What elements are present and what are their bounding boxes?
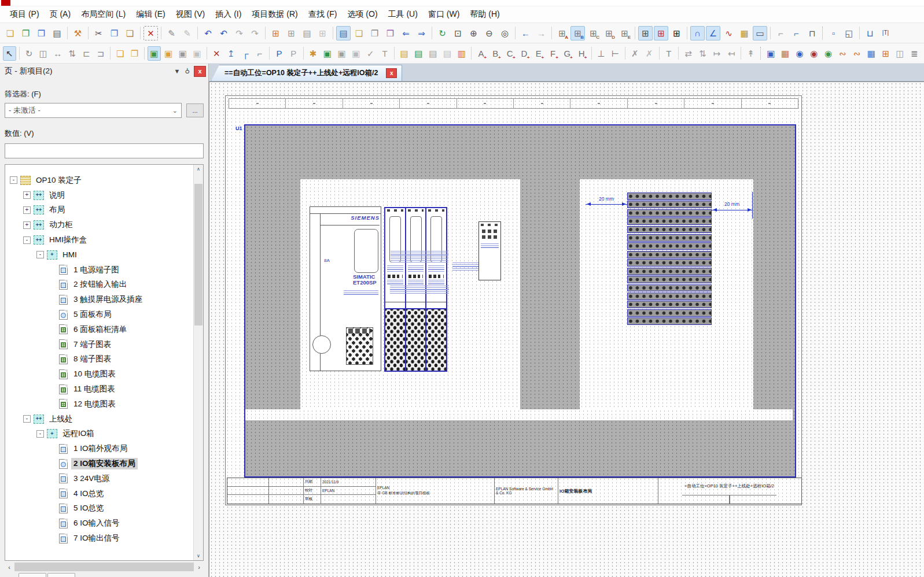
space-evenly-v-icon[interactable]: ⇅ <box>696 46 709 61</box>
print-icon[interactable]: ▤ <box>50 26 64 40</box>
tree-item[interactable]: 3 触摸屏电源及插座 <box>5 292 193 307</box>
wire-e-icon[interactable]: E+ <box>532 46 545 61</box>
dt-frame-icon[interactable]: ▫ <box>826 26 841 40</box>
undo-history-icon[interactable]: ↶ <box>201 26 215 40</box>
menu-item-7[interactable]: 查找 (F) <box>303 8 343 21</box>
adjust-size-icon[interactable]: ◱ <box>842 26 856 40</box>
insert-window-macro-icon[interactable]: ⊞ <box>268 26 283 40</box>
tree-item[interactable]: 6 面板箱柜清单 <box>5 322 193 337</box>
io-terminal-block[interactable] <box>406 308 426 371</box>
terminal-row[interactable] <box>627 284 712 292</box>
redraw-icon[interactable]: ↻ <box>435 26 450 40</box>
insert-direction-icon[interactable]: ↥ <box>224 46 238 61</box>
panel-close-button[interactable]: x <box>194 66 206 77</box>
terminal-row[interactable] <box>627 317 712 325</box>
menu-item-8[interactable]: 选项 (O) <box>342 8 382 21</box>
page-macro-icon[interactable]: ❒ <box>383 26 397 40</box>
power-supply-module[interactable]: SIEMENS 8A SIMATIC ET200SP <box>310 206 381 371</box>
menu-item-1[interactable]: 页 (A) <box>45 8 76 21</box>
previous-page-icon[interactable]: ⇐ <box>399 26 413 40</box>
wire-c-icon[interactable]: C+ <box>503 46 517 61</box>
terminal-rail-stack[interactable] <box>627 192 712 326</box>
t-node-down-icon[interactable]: ⊥ <box>594 46 608 61</box>
terminal-row[interactable] <box>627 242 712 250</box>
terminal-row[interactable] <box>627 276 712 283</box>
panel-pin-icon[interactable]: ⚲ <box>182 66 193 76</box>
paste-icon[interactable]: ❏ <box>123 26 137 40</box>
zoom-in-icon[interactable]: ⊕ <box>466 26 481 40</box>
tree-item[interactable]: 1 IO箱外观布局 <box>5 441 193 456</box>
scrollbar-thumb[interactable] <box>194 184 203 326</box>
mark-settings-icon[interactable]: ▣ <box>162 46 175 61</box>
scroll-up-icon[interactable]: ∧ <box>194 165 203 173</box>
tab-tree[interactable] <box>19 573 46 577</box>
trim-icon[interactable]: ⊏ <box>80 46 93 61</box>
forward-icon[interactable]: → <box>534 26 548 40</box>
tree-item[interactable]: -+HMI <box>5 247 193 262</box>
terminal-row[interactable] <box>627 209 712 217</box>
wire-g-icon[interactable]: G+ <box>561 46 574 61</box>
grid-b-icon[interactable]: ⊞B <box>570 26 585 40</box>
tree-item[interactable]: 4 IO总览 <box>5 486 193 501</box>
interruption-point-3-icon[interactable]: ⊓ <box>805 26 819 40</box>
insert-image-icon[interactable]: ▦ <box>737 26 752 40</box>
device-pin-icon[interactable]: T <box>378 46 392 61</box>
terminal-row[interactable] <box>627 217 712 225</box>
tree-item[interactable]: 1 电源端子图 <box>5 262 193 278</box>
interruption-point-1-icon[interactable]: ⌐ <box>774 26 788 40</box>
tree-item[interactable]: 12 电缆图表 <box>5 397 193 412</box>
value-input[interactable] <box>5 143 204 158</box>
panel-header[interactable]: 页 - 新项目(2) ▼ ⚲ x <box>0 64 208 79</box>
zoom-out-icon[interactable]: ⊖ <box>482 26 496 40</box>
winding-1-icon[interactable]: ∾ <box>836 46 849 61</box>
menu-item-6[interactable]: 项目数据 (R) <box>246 8 303 21</box>
placeholder-object-icon[interactable]: ⊞ <box>315 26 330 40</box>
new-cable-icon[interactable]: ▥ <box>455 46 468 61</box>
design-mode-icon[interactable]: ∠ <box>706 26 720 40</box>
assign-device-icon[interactable]: ▣ <box>321 46 334 61</box>
grid-c-icon[interactable]: ⊞C <box>586 26 601 40</box>
tree-item[interactable]: 3 24V电源 <box>5 471 193 486</box>
insert-rectangle-icon[interactable]: ▭ <box>753 26 767 40</box>
undo-icon[interactable]: ↶ <box>216 26 231 40</box>
project-management-icon[interactable]: ❒ <box>34 26 49 40</box>
terminal-strip-icon[interactable]: ▤ <box>426 46 440 61</box>
menu-item-4[interactable]: 视图 (V) <box>171 8 211 21</box>
scale-icon[interactable]: ⇅ <box>65 46 79 61</box>
terminal-row[interactable] <box>627 226 712 234</box>
stretch-icon[interactable]: ↔ <box>51 46 64 61</box>
corner-dashed-icon[interactable]: ⌐ <box>253 46 266 61</box>
menu-item-5[interactable]: 插入 (I) <box>210 8 246 21</box>
node-red-icon[interactable]: ◉ <box>807 46 820 61</box>
interruption-point-2-icon[interactable]: ⌐ <box>789 26 804 40</box>
redo-history-icon[interactable]: ↷ <box>248 26 262 40</box>
terminal-row[interactable] <box>627 193 712 200</box>
snap-to-grid-icon[interactable]: ⊞ <box>654 26 668 40</box>
terminal-row[interactable] <box>627 201 712 208</box>
document-tab[interactable]: ==自动工位=OP10 装定子++上线处+远程IO箱/2 x <box>211 65 402 81</box>
tab-close-button[interactable]: x <box>386 68 397 78</box>
terminal-row[interactable] <box>627 268 712 275</box>
tree-item[interactable]: 5 IO总览 <box>5 501 193 516</box>
move-objects-icon[interactable]: ❏ <box>113 46 127 61</box>
menu-item-0[interactable]: 项目 (P) <box>5 8 45 21</box>
scroll-down-icon[interactable]: ∨ <box>194 552 203 560</box>
grid-a-icon[interactable]: ⊞A <box>555 26 569 40</box>
tree-item[interactable]: 7 IO输出信号 <box>5 531 193 546</box>
page-navigator-icon[interactable]: ▤ <box>336 26 351 40</box>
select-tool-icon[interactable]: ↖ <box>3 46 16 61</box>
collapse-icon[interactable]: - <box>36 251 44 258</box>
mark-all-icon[interactable]: ▣ <box>148 46 161 61</box>
connection-merge-icon[interactable]: ✗ <box>643 46 656 61</box>
space-evenly-h-icon[interactable]: ⇄ <box>682 46 695 61</box>
lengthen-icon[interactable]: ⊐ <box>94 46 108 61</box>
wire-h-icon[interactable]: H+ <box>575 46 588 61</box>
grid-d-icon[interactable]: ⊞D <box>602 26 616 40</box>
mark-group-icon[interactable]: ▣ <box>176 46 189 61</box>
structure-identifier-icon[interactable]: |T| <box>878 26 893 40</box>
tab-list[interactable] <box>47 573 75 577</box>
winding-2-icon[interactable]: ∾ <box>851 46 864 61</box>
tree-item[interactable]: 8 端子图表 <box>5 352 193 367</box>
expand-icon[interactable]: + <box>23 206 31 214</box>
tree-item[interactable]: 2 IO箱安装板布局 <box>5 456 193 471</box>
